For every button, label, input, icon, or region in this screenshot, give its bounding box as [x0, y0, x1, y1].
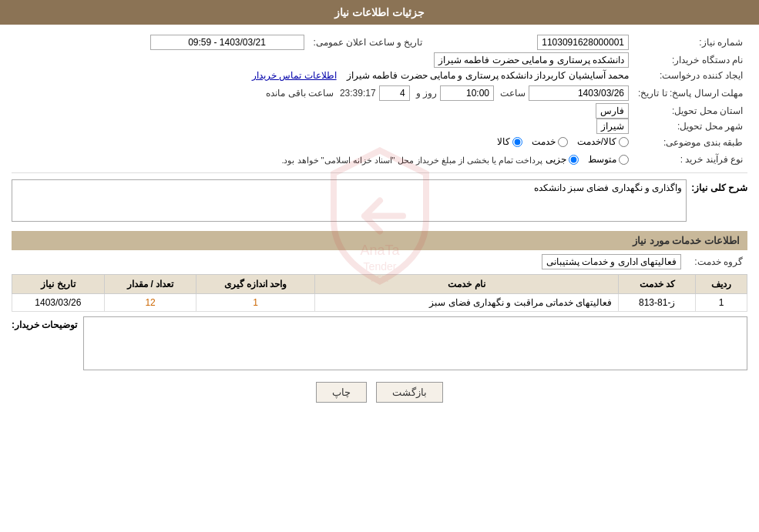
- category-goods-service-label: کالا/خدمت: [577, 136, 616, 147]
- main-info-table: شماره نیاز: 1103091628000001 تاریخ و ساع…: [12, 32, 747, 168]
- services-table: ردیف کد خدمت نام خدمت واحد اندازه گیری ت…: [12, 274, 747, 312]
- creator-label: ایجاد کننده درخواست:: [633, 68, 747, 83]
- remaining-days: 4: [379, 85, 410, 101]
- deadline-flex: 1403/03/26 ساعت 10:00 روز و 4 23:39:17 س…: [16, 85, 629, 101]
- process-note: پرداخت تمام یا بخشی از مبلغ خریداز محل "…: [281, 156, 542, 166]
- service-group-value: فعالیتهای اداری و خدمات پشتیبانی: [12, 254, 686, 269]
- deadline-value: 1403/03/26 ساعت 10:00 روز و 4 23:39:17 س…: [12, 83, 633, 103]
- city-label: شهر محل تحویل:: [633, 119, 747, 134]
- process-row: نوع فرآیند خرید : متوسط جزیی: [12, 152, 747, 168]
- need-number-value: 1103091628000001: [450, 32, 633, 52]
- remaining-time-value: 23:39:17: [340, 88, 376, 99]
- page-wrapper: جزئیات اطلاعات نیاز AnaTa Tender .NET شم…: [0, 0, 759, 532]
- process-flex: متوسط جزیی پرداخت تمام یا بخشی از مبلغ خ…: [16, 154, 629, 166]
- creator-row: ایجاد کننده درخواست: محمد آسایشیان کاربر…: [12, 68, 747, 83]
- province-field: فارس: [596, 103, 629, 119]
- col-row-num: ردیف: [696, 274, 747, 293]
- category-service-option[interactable]: خدمت: [532, 136, 568, 147]
- process-partial-option[interactable]: جزیی: [546, 154, 579, 165]
- category-row: طبقه بندی موضوعی: کالا/خدمت خدمت: [12, 134, 747, 152]
- buyer-org-value: دانشکده پرستاری و مامایی حضرت فاطمه شیرا…: [12, 52, 633, 68]
- need-number-label: شماره نیاز:: [633, 32, 747, 52]
- services-table-body: 1 ز-81-813 فعالیتهای خدماتی مراقبت و نگه…: [12, 293, 747, 311]
- buyer-desc-area: توضیحات خریدار:: [12, 316, 747, 373]
- category-goods-service-option[interactable]: کالا/خدمت: [577, 136, 629, 147]
- divider-1: [12, 172, 747, 173]
- need-description-textarea[interactable]: [12, 179, 687, 222]
- category-radio-group: کالا/خدمت خدمت کالا: [497, 136, 629, 147]
- need-description-label: شرح کلی نیاز:: [691, 179, 747, 193]
- col-quantity: تعداد / مقدار: [104, 274, 196, 293]
- category-goods-radio[interactable]: [512, 137, 522, 147]
- cell-service-code: ز-81-813: [619, 293, 696, 311]
- deadline-row: مهلت ارسال پاسخ: تا تاریخ: 1403/03/26 سا…: [12, 83, 747, 103]
- announce-datetime: 1403/03/21 - 09:59: [150, 35, 304, 50]
- cell-service-name: فعالیتهای خدماتی مراقبت و نگهداری فضای س…: [314, 293, 619, 311]
- deadline-label: مهلت ارسال پاسخ: تا تاریخ:: [633, 83, 747, 103]
- service-group-row: گروه خدمت: فعالیتهای اداری و خدمات پشتیب…: [12, 254, 747, 269]
- category-goods-service-radio[interactable]: [619, 137, 629, 147]
- service-group-table: گروه خدمت: فعالیتهای اداری و خدمات پشتیب…: [12, 254, 747, 269]
- process-medium-radio[interactable]: [619, 155, 629, 165]
- process-medium-label: متوسط: [588, 154, 616, 165]
- page-title: جزئیات اطلاعات نیاز: [0, 0, 759, 25]
- process-partial-label: جزیی: [546, 154, 566, 165]
- announce-label: تاریخ و ساعت اعلان عمومی:: [309, 32, 428, 52]
- cell-quantity: 12: [104, 293, 196, 311]
- buyer-description-textarea[interactable]: [83, 316, 747, 370]
- days-label: روز و: [416, 88, 437, 99]
- need-number-field: 1103091628000001: [537, 35, 629, 50]
- category-value: کالا/خدمت خدمت کالا: [12, 134, 633, 152]
- cell-need-date: 1403/03/26: [12, 293, 105, 311]
- creator-field: محمد آسایشیان کاربرداز دانشکده پرستاری و…: [347, 70, 629, 81]
- cell-unit: 1: [196, 293, 314, 311]
- buyer-textarea-wrapper: [83, 316, 747, 373]
- need-description-row: شرح کلی نیاز:: [12, 176, 747, 225]
- buyer-org-field: دانشکده پرستاری و مامایی حضرت فاطمه شیرا…: [434, 52, 629, 68]
- time-label: ساعت: [500, 88, 526, 99]
- col-service-code: کد خدمت: [619, 274, 696, 293]
- process-radio-group: متوسط جزیی: [546, 154, 629, 165]
- footer-buttons: بازگشت چاپ: [12, 382, 747, 403]
- buyer-org-label: نام دستگاه خریدار:: [633, 52, 747, 68]
- deadline-date: 1403/03/26: [529, 85, 629, 101]
- service-group-label: گروه خدمت:: [686, 254, 747, 269]
- need-number-row: شماره نیاز: 1103091628000001 تاریخ و ساع…: [12, 32, 747, 52]
- province-label: استان محل تحویل:: [633, 103, 747, 119]
- cell-row-num: 1: [696, 293, 747, 311]
- services-header-row: ردیف کد خدمت نام خدمت واحد اندازه گیری ت…: [12, 274, 747, 293]
- services-section-header: اطلاعات خدمات مورد نیاز: [12, 231, 747, 250]
- print-button[interactable]: چاپ: [316, 382, 367, 403]
- back-button[interactable]: بازگشت: [376, 382, 443, 403]
- process-label: نوع فرآیند خرید :: [633, 152, 747, 168]
- col-service-name: نام خدمت: [314, 274, 619, 293]
- city-value: شیراز: [12, 119, 633, 134]
- creator-value: محمد آسایشیان کاربرداز دانشکده پرستاری و…: [12, 68, 633, 83]
- province-value: فارس: [12, 103, 633, 119]
- city-row: شهر محل تحویل: شیراز: [12, 119, 747, 134]
- contact-info-link[interactable]: اطلاعات تماس خریدار: [252, 70, 337, 81]
- process-partial-radio[interactable]: [569, 155, 579, 165]
- category-goods-label: کالا: [497, 136, 510, 147]
- category-goods-option[interactable]: کالا: [497, 136, 522, 147]
- col-need-date: تاریخ نیاز: [12, 274, 105, 293]
- col-unit: واحد اندازه گیری: [196, 274, 314, 293]
- process-value: متوسط جزیی پرداخت تمام یا بخشی از مبلغ خ…: [12, 152, 633, 168]
- remaining-suffix: ساعت باقی مانده: [266, 88, 334, 99]
- category-label: طبقه بندی موضوعی:: [633, 134, 747, 152]
- content-area: AnaTa Tender .NET شماره نیاز: 1103091628…: [0, 25, 759, 418]
- category-service-label: خدمت: [532, 136, 556, 147]
- table-row: 1 ز-81-813 فعالیتهای خدماتی مراقبت و نگه…: [12, 293, 747, 311]
- deadline-time: 10:00: [440, 85, 494, 101]
- buyer-desc-label: توضیحات خریدار:: [12, 316, 77, 330]
- buyer-org-row: نام دستگاه خریدار: دانشکده پرستاری و مام…: [12, 52, 747, 68]
- service-group-field: فعالیتهای اداری و خدمات پشتیبانی: [542, 254, 681, 269]
- city-field: شیراز: [596, 119, 629, 134]
- province-row: استان محل تحویل: فارس: [12, 103, 747, 119]
- announce-datetime-value: 1403/03/21 - 09:59: [12, 32, 309, 52]
- process-medium-option[interactable]: متوسط: [588, 154, 629, 165]
- services-table-head: ردیف کد خدمت نام خدمت واحد اندازه گیری ت…: [12, 274, 747, 293]
- category-service-radio[interactable]: [558, 137, 568, 147]
